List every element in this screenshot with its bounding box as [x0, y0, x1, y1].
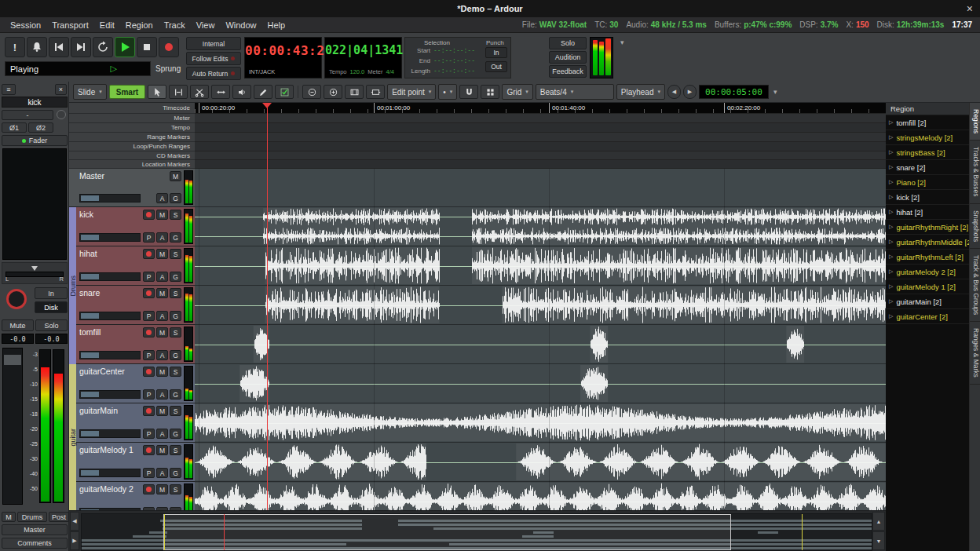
- region-list-item[interactable]: ▷guitarRhythmRight [2]: [886, 220, 969, 235]
- smart-mode-toggle[interactable]: Smart: [109, 85, 145, 99]
- record-arm-button[interactable]: [143, 484, 155, 494]
- shuttle-control[interactable]: Playing ▷: [5, 61, 151, 76]
- go-to-end-button[interactable]: [71, 37, 91, 57]
- marker-dropdown[interactable]: •: [438, 84, 457, 100]
- scroll-left-button[interactable]: ◀: [70, 512, 79, 531]
- trim-knob[interactable]: [57, 110, 66, 119]
- automation-button[interactable]: A: [156, 232, 168, 243]
- menu-window[interactable]: Window: [220, 20, 261, 30]
- zoom-out-button[interactable]: [302, 85, 321, 99]
- mute-button[interactable]: M: [156, 210, 168, 220]
- playhead-line[interactable]: [267, 103, 268, 510]
- automation-button[interactable]: A: [156, 429, 168, 439]
- loop-button[interactable]: [93, 37, 113, 57]
- solo-button[interactable]: S: [170, 367, 181, 377]
- group-strip-guitar[interactable]: guitar: [69, 364, 76, 510]
- track-fader[interactable]: [79, 429, 141, 438]
- gain-display[interactable]: -0.0: [2, 334, 34, 344]
- group-button[interactable]: G: [170, 193, 181, 203]
- menu-view[interactable]: View: [191, 20, 221, 30]
- ruler-row-location-markers[interactable]: [195, 160, 886, 169]
- side-tab-track-bus-groups[interactable]: Track & Bus Groups: [970, 249, 980, 322]
- playlist-button[interactable]: P: [143, 389, 155, 400]
- strip-solo-button[interactable]: Solo: [35, 319, 68, 331]
- draw-mode-button[interactable]: [254, 85, 272, 99]
- ruler-row-meter[interactable]: [195, 114, 886, 123]
- track-fader[interactable]: [79, 312, 141, 320]
- strip-track-name[interactable]: kick: [2, 97, 68, 108]
- group-button[interactable]: G: [170, 311, 181, 321]
- solo-button[interactable]: S: [170, 327, 181, 338]
- zoom-fit-button[interactable]: [345, 85, 364, 99]
- strip-menu-button[interactable]: ≡: [2, 84, 16, 95]
- zoom-in-button[interactable]: [324, 85, 342, 99]
- record-arm-button[interactable]: [143, 249, 155, 259]
- track-header-tomfill[interactable]: tomfillMSPAG: [69, 325, 195, 364]
- ruler-row-cd-markers[interactable]: [195, 151, 886, 160]
- track-header-guitarcenter[interactable]: guitarCenterMSPAG: [69, 364, 195, 403]
- side-tab-snapshots[interactable]: Snapshots: [970, 204, 980, 249]
- mute-button[interactable]: M: [156, 367, 168, 377]
- automation-button[interactable]: A: [156, 272, 168, 282]
- mute-button[interactable]: M: [156, 288, 168, 298]
- track-lane-master[interactable]: [195, 169, 886, 207]
- track-fader[interactable]: [79, 194, 141, 203]
- region-list-item[interactable]: ▷kick [2]: [886, 190, 969, 205]
- automation-button[interactable]: A: [156, 468, 168, 478]
- click-bell-button[interactable]: [27, 37, 47, 57]
- feedback-button[interactable]: Feedback: [549, 65, 587, 78]
- group-button[interactable]: G: [170, 468, 181, 478]
- region-list-item[interactable]: ▷Piano [2]: [886, 175, 969, 190]
- zoom-focus-dropdown[interactable]: Playhead: [616, 84, 665, 100]
- strip-mute-button[interactable]: Mute: [2, 319, 34, 331]
- gain-fader-handle[interactable]: [4, 355, 21, 365]
- track-header-kick[interactable]: kickMSPAG: [69, 207, 195, 246]
- group-button[interactable]: G: [170, 350, 181, 360]
- playlist-button[interactable]: P: [143, 232, 155, 243]
- track-header-guitarmain[interactable]: guitarMainMSPAG: [69, 403, 195, 443]
- region-list-item[interactable]: ▷guitarRhythmLeft [2]: [886, 250, 969, 265]
- solo-global-button[interactable]: Solo: [549, 37, 587, 49]
- tab-m[interactable]: M: [2, 512, 16, 522]
- edit-mode-dropdown[interactable]: Slide: [73, 84, 107, 100]
- side-tab-ranges-marks[interactable]: Ranges & Marks: [970, 322, 980, 385]
- secondary-clock[interactable]: 022|04|1341 Tempo 120.0 Meter 4/4: [324, 37, 402, 78]
- grab-mode-button[interactable]: [148, 85, 166, 99]
- nudge-back-button[interactable]: ◀: [667, 85, 681, 99]
- snap-magnet-button[interactable]: [459, 85, 478, 99]
- ruler-row-range-markers[interactable]: [195, 133, 886, 142]
- solo-button[interactable]: S: [170, 249, 181, 259]
- playlist-button[interactable]: P: [143, 272, 155, 282]
- region-list-item[interactable]: ▷stringsBass [2]: [886, 145, 969, 160]
- region-list-item[interactable]: ▷snare [2]: [886, 160, 969, 175]
- auto-return-toggle[interactable]: Auto Return: [186, 67, 241, 80]
- fader-mode-dropdown[interactable]: Fader: [2, 135, 68, 146]
- playlist-button[interactable]: P: [143, 468, 155, 478]
- follow-edits-toggle[interactable]: Follow Edits: [186, 52, 241, 65]
- close-icon[interactable]: ×: [967, 0, 973, 17]
- menu-track[interactable]: Track: [159, 20, 191, 30]
- monitor-disk-button[interactable]: Disk: [35, 301, 68, 313]
- playlist-button[interactable]: P: [143, 429, 155, 439]
- track-lane-guitarcenter[interactable]: [195, 364, 886, 403]
- side-tab-tracks-busses[interactable]: Tracks & Busses: [970, 140, 980, 203]
- region-list-item[interactable]: ▷tomfill [2]: [886, 115, 969, 130]
- playlist-button[interactable]: P: [143, 311, 155, 321]
- tab-drums[interactable]: Drums: [17, 512, 47, 522]
- solo-button[interactable]: S: [170, 406, 181, 416]
- record-arm-button[interactable]: [143, 445, 155, 455]
- mute-button[interactable]: M: [156, 484, 168, 494]
- processor-box[interactable]: [2, 148, 67, 260]
- region-list-header[interactable]: Region: [886, 103, 969, 115]
- automation-button[interactable]: A: [156, 311, 168, 321]
- side-tab-regions[interactable]: Regions: [970, 103, 980, 140]
- midi-panic-button[interactable]: !: [5, 37, 25, 57]
- track-header-master[interactable]: MasterMAG: [69, 169, 195, 207]
- playlist-button[interactable]: P: [143, 350, 155, 360]
- automation-button[interactable]: A: [156, 389, 168, 400]
- pan-slider[interactable]: [5, 272, 64, 277]
- summary-zoom-up-button[interactable]: ▲: [872, 512, 885, 531]
- menu-transport[interactable]: Transport: [46, 20, 94, 30]
- region-list-item[interactable]: ▷guitarMelody 1 [2]: [886, 279, 969, 294]
- track-lane-tomfill[interactable]: [195, 325, 886, 364]
